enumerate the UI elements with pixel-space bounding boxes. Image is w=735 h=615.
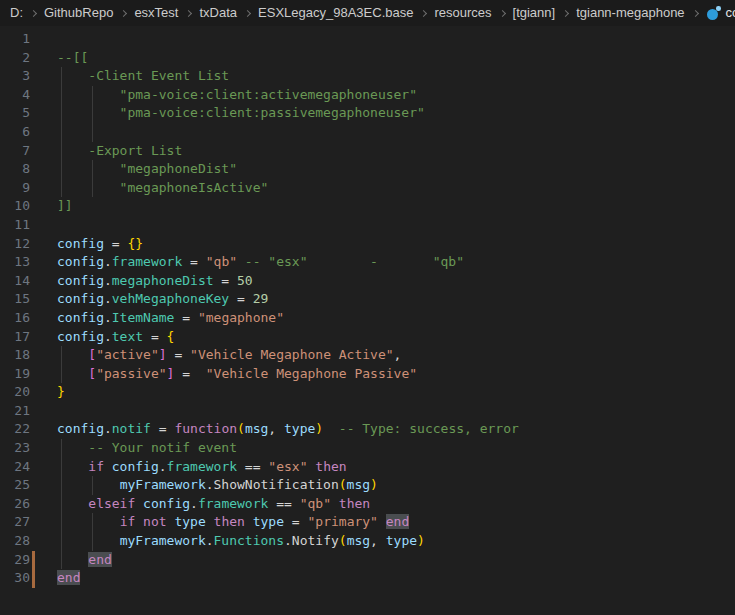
code-line-content[interactable]: -Export List <box>30 142 735 161</box>
code-line-content[interactable]: config.megaphoneDist = 50 <box>30 272 735 291</box>
code-line-content[interactable]: config.framework = "qb" -- "esx" - "qb" <box>30 253 735 272</box>
line-number[interactable]: 2 <box>0 49 30 68</box>
line-number[interactable]: 11 <box>0 216 30 235</box>
code-line[interactable]: 25 myFramework.ShowNotification(msg) <box>0 476 735 495</box>
breadcrumb-item[interactable]: GithubRepo <box>44 0 113 26</box>
code-line[interactable]: 30end <box>0 569 735 588</box>
code-line[interactable]: 23 -- Your notif event <box>0 439 735 458</box>
code-line[interactable]: 28 myFramework.Functions.Notify(msg, typ… <box>0 532 735 551</box>
code-line-content[interactable]: ["active"] = "Vehicle Megaphone Active", <box>30 346 735 365</box>
line-number[interactable]: 18 <box>0 346 30 365</box>
line-number[interactable]: 23 <box>0 439 30 458</box>
code-line[interactable]: 9 "megaphoneIsActive" <box>0 179 735 198</box>
code-line-content[interactable]: config = {} <box>30 235 735 254</box>
code-line-content[interactable]: myFramework.Functions.Notify(msg, type) <box>30 532 735 551</box>
code-line-content[interactable]: -Client Event List <box>30 67 735 86</box>
code-line-content[interactable] <box>30 123 735 142</box>
line-number[interactable]: 8 <box>0 160 30 179</box>
line-number[interactable]: 28 <box>0 532 30 551</box>
code-line[interactable]: 21 <box>0 402 735 421</box>
code-line-content[interactable]: --[[ <box>30 49 735 68</box>
code-line[interactable]: 24 if config.framework == "esx" then <box>0 458 735 477</box>
line-number[interactable]: 26 <box>0 495 30 514</box>
line-number[interactable]: 22 <box>0 420 30 439</box>
code-line[interactable]: 17config.text = { <box>0 328 735 347</box>
code-line[interactable]: 20} <box>0 383 735 402</box>
code-line-content[interactable]: "pma-voice:client:passivemegaphoneuser" <box>30 104 735 123</box>
line-number[interactable]: 4 <box>0 86 30 105</box>
line-number[interactable]: 25 <box>0 476 30 495</box>
code-line[interactable]: 27 if not type then type = "primary" end <box>0 513 735 532</box>
code-token: function <box>174 421 237 436</box>
code-line[interactable]: 18 ["active"] = "Vehicle Megaphone Activ… <box>0 346 735 365</box>
code-line[interactable]: 5 "pma-voice:client:passivemegaphoneuser… <box>0 104 735 123</box>
line-number[interactable]: 15 <box>0 290 30 309</box>
code-line-content[interactable] <box>30 402 735 421</box>
line-number[interactable]: 10 <box>0 197 30 216</box>
breadcrumb-item[interactable]: [tgiann] <box>513 0 556 26</box>
line-number[interactable]: 6 <box>0 123 30 142</box>
code-line[interactable]: 13config.framework = "qb" -- "esx" - "qb… <box>0 253 735 272</box>
breadcrumb-item[interactable]: D: <box>10 0 23 26</box>
code-line-content[interactable]: myFramework.ShowNotification(msg) <box>30 476 735 495</box>
code-line-content[interactable]: } <box>30 383 735 402</box>
code-line[interactable]: 1 <box>0 30 735 49</box>
code-line[interactable]: 15config.vehMegaphoneKey = 29 <box>0 290 735 309</box>
line-number[interactable]: 29 <box>0 551 30 570</box>
code-line[interactable]: 12config = {} <box>0 235 735 254</box>
code-line[interactable]: 8 "megaphoneDist" <box>0 160 735 179</box>
code-line[interactable]: 29 end <box>0 551 735 570</box>
line-number[interactable]: 5 <box>0 104 30 123</box>
line-number[interactable]: 9 <box>0 179 30 198</box>
code-line[interactable]: 11 <box>0 216 735 235</box>
code-line-content[interactable]: config.text = { <box>30 328 735 347</box>
code-line[interactable]: 14config.megaphoneDist = 50 <box>0 272 735 291</box>
code-line-content[interactable]: end <box>30 569 735 588</box>
code-line-content[interactable]: config.vehMegaphoneKey = 29 <box>30 290 735 309</box>
code-line[interactable]: 4 "pma-voice:client:activemegaphoneuser" <box>0 86 735 105</box>
line-number[interactable]: 17 <box>0 328 30 347</box>
line-number[interactable]: 30 <box>0 569 30 588</box>
code-line[interactable]: 22config.notif = function(msg, type) -- … <box>0 420 735 439</box>
code-line-content[interactable]: config.notif = function(msg, type) -- Ty… <box>30 420 735 439</box>
breadcrumb-item[interactable]: tgiann-megaphone <box>576 0 684 26</box>
line-number[interactable]: 12 <box>0 235 30 254</box>
line-number[interactable]: 3 <box>0 67 30 86</box>
code-line-content[interactable]: "megaphoneIsActive" <box>30 179 735 198</box>
line-number[interactable]: 16 <box>0 309 30 328</box>
code-line[interactable]: 2--[[ <box>0 49 735 68</box>
code-line-content[interactable]: ["passive"] = "Vehicle Megaphone Passive… <box>30 365 735 384</box>
breadcrumb-item[interactable]: resources <box>434 0 491 26</box>
code-line[interactable]: 6 <box>0 123 735 142</box>
code-line-content[interactable]: "pma-voice:client:activemegaphoneuser" <box>30 86 735 105</box>
code-line-content[interactable]: end <box>30 551 735 570</box>
breadcrumb-item[interactable]: esxTest <box>134 0 178 26</box>
code-line-content[interactable]: if config.framework == "esx" then <box>30 458 735 477</box>
code-line-content[interactable] <box>30 30 735 49</box>
code-line-content[interactable]: elseif config.framework == "qb" then <box>30 495 735 514</box>
code-line-content[interactable]: config.ItemName = "megaphone" <box>30 309 735 328</box>
code-line[interactable]: 10]] <box>0 197 735 216</box>
breadcrumb-file[interactable]: config.lua <box>726 0 735 26</box>
code-line[interactable]: 26 elseif config.framework == "qb" then <box>0 495 735 514</box>
code-line-content[interactable]: -- Your notif event <box>30 439 735 458</box>
code-line-content[interactable]: "megaphoneDist" <box>30 160 735 179</box>
line-number[interactable]: 14 <box>0 272 30 291</box>
line-number[interactable]: 19 <box>0 365 30 384</box>
code-line[interactable]: 7 -Export List <box>0 142 735 161</box>
line-number[interactable]: 7 <box>0 142 30 161</box>
line-number[interactable]: 24 <box>0 458 30 477</box>
line-number[interactable]: 27 <box>0 513 30 532</box>
code-line[interactable]: 19 ["passive"] = "Vehicle Megaphone Pass… <box>0 365 735 384</box>
breadcrumb-item[interactable]: txData <box>199 0 237 26</box>
code-line-content[interactable]: ]] <box>30 197 735 216</box>
breadcrumb-item[interactable]: ESXLegacy_98A3EC.base <box>258 0 413 26</box>
code-line[interactable]: 3 -Client Event List <box>0 67 735 86</box>
line-number[interactable]: 20 <box>0 383 30 402</box>
code-line[interactable]: 16config.ItemName = "megaphone" <box>0 309 735 328</box>
line-number[interactable]: 1 <box>0 30 30 49</box>
code-line-content[interactable]: if not type then type = "primary" end <box>30 513 735 532</box>
line-number[interactable]: 13 <box>0 253 30 272</box>
code-line-content[interactable] <box>30 216 735 235</box>
line-number[interactable]: 21 <box>0 402 30 421</box>
